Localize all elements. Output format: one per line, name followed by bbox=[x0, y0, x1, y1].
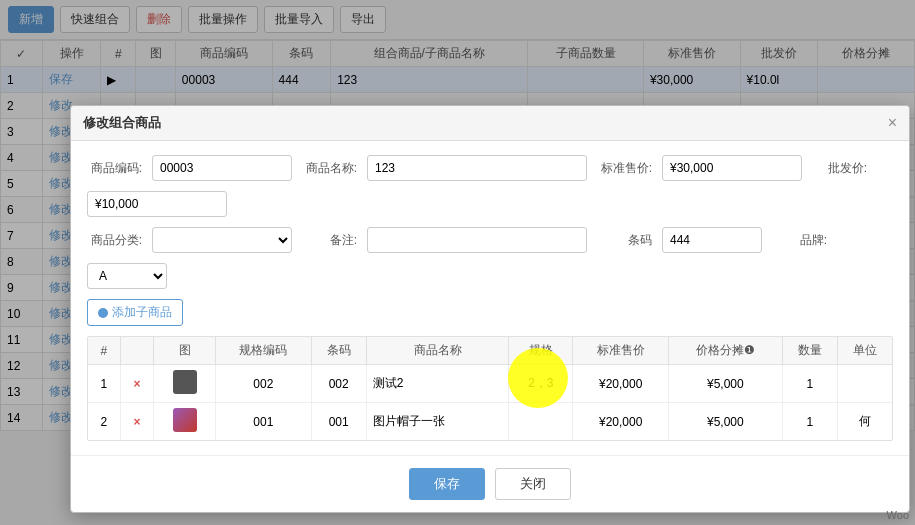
inner-row-spec-code: 001 bbox=[216, 403, 311, 441]
inner-table: # 图 规格编码 条码 商品名称 规格 标准售价 价格分摊❶ 数量 单位 bbox=[88, 337, 892, 440]
inner-row-qty: 1 bbox=[782, 365, 837, 403]
remark-label: 备注: bbox=[302, 232, 357, 249]
inner-col-price-share: 价格分摊❶ bbox=[668, 337, 782, 365]
barcode-input[interactable] bbox=[662, 227, 762, 253]
close-dialog-button[interactable]: 关闭 bbox=[495, 468, 571, 500]
inner-row-delete[interactable]: × bbox=[120, 403, 154, 441]
wholesale-label: 批发价: bbox=[812, 160, 867, 177]
inner-row-barcode: 001 bbox=[311, 403, 366, 441]
dialog-body: 商品编码: 商品名称: 标准售价: 批发价: 商品分类: 备注: 条码 品牌: … bbox=[71, 141, 909, 455]
product-name-input[interactable] bbox=[367, 155, 587, 181]
inner-row-spec-code: 002 bbox=[216, 365, 311, 403]
save-button[interactable]: 保存 bbox=[409, 468, 485, 500]
product-name-label: 商品名称: bbox=[302, 160, 357, 177]
inner-row-name: 测试2 bbox=[366, 365, 508, 403]
inner-row-spec: 2，3 bbox=[509, 365, 573, 403]
product-code-label: 商品编码: bbox=[87, 160, 142, 177]
inner-col-qty: 数量 bbox=[782, 337, 837, 365]
inner-row-img bbox=[154, 365, 216, 403]
dialog-header: 修改组合商品 × bbox=[71, 106, 909, 141]
dialog-footer: 保存 关闭 bbox=[71, 455, 909, 512]
form-row-2: 商品分类: 备注: 条码 品牌: A bbox=[87, 227, 893, 289]
inner-col-std-price: 标准售价 bbox=[573, 337, 668, 365]
inner-col-img: 图 bbox=[154, 337, 216, 365]
form-row-1: 商品编码: 商品名称: 标准售价: 批发价: bbox=[87, 155, 893, 217]
inner-row-name: 图片帽子一张 bbox=[366, 403, 508, 441]
inner-row-std-price: ¥20,000 bbox=[573, 403, 668, 441]
dialog-close-button[interactable]: × bbox=[888, 114, 897, 132]
inner-row-price-share: ¥5,000 bbox=[668, 403, 782, 441]
inner-row-std-price: ¥20,000 bbox=[573, 365, 668, 403]
inner-table-row: 1 × 002 002 测试2 2，3 ¥20,000 ¥5,000 1 bbox=[88, 365, 892, 403]
inner-row-num: 2 bbox=[88, 403, 120, 441]
inner-col-num: # bbox=[88, 337, 120, 365]
inner-row-barcode: 002 bbox=[311, 365, 366, 403]
remark-input[interactable] bbox=[367, 227, 587, 253]
inner-row-qty: 1 bbox=[782, 403, 837, 441]
inner-col-spec: 规格 bbox=[509, 337, 573, 365]
inner-row-num: 1 bbox=[88, 365, 120, 403]
brand-select[interactable]: A bbox=[87, 263, 167, 289]
add-child-button[interactable]: 添加子商品 bbox=[87, 299, 183, 326]
product-code-input[interactable] bbox=[152, 155, 292, 181]
add-child-label: 添加子商品 bbox=[112, 304, 172, 321]
watermark: Woo bbox=[887, 509, 909, 521]
inner-row-unit bbox=[838, 365, 892, 403]
inner-col-unit: 单位 bbox=[838, 337, 892, 365]
inner-col-barcode: 条码 bbox=[311, 337, 366, 365]
add-icon bbox=[98, 308, 108, 318]
inner-col-x bbox=[120, 337, 154, 365]
inner-table-row: 2 × 001 001 图片帽子一张 ¥20,000 ¥5,000 1 何 bbox=[88, 403, 892, 441]
std-price-label: 标准售价: bbox=[597, 160, 652, 177]
inner-row-spec bbox=[509, 403, 573, 441]
category-select[interactable] bbox=[152, 227, 292, 253]
std-price-input[interactable] bbox=[662, 155, 802, 181]
inner-col-spec-code: 规格编码 bbox=[216, 337, 311, 365]
barcode-label: 条码 bbox=[597, 232, 652, 249]
edit-dialog: 修改组合商品 × 商品编码: 商品名称: 标准售价: 批发价: 商品分类: 备注… bbox=[70, 105, 910, 513]
inner-table-wrap: # 图 规格编码 条码 商品名称 规格 标准售价 价格分摊❶ 数量 单位 bbox=[87, 336, 893, 441]
wholesale-input[interactable] bbox=[87, 191, 227, 217]
inner-row-unit: 何 bbox=[838, 403, 892, 441]
brand-label: 品牌: bbox=[772, 232, 827, 249]
inner-row-img bbox=[154, 403, 216, 441]
inner-row-delete[interactable]: × bbox=[120, 365, 154, 403]
category-label: 商品分类: bbox=[87, 232, 142, 249]
dialog-title: 修改组合商品 bbox=[83, 114, 161, 132]
inner-row-price-share: ¥5,000 bbox=[668, 365, 782, 403]
inner-col-name: 商品名称 bbox=[366, 337, 508, 365]
